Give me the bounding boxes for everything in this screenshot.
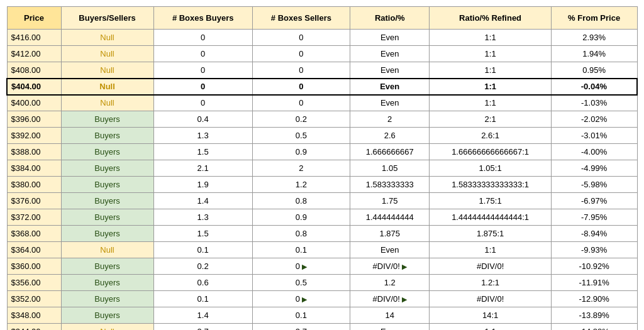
boxes-sellers-cell: 0.9 [252,144,350,160]
boxes-sellers-cell: 1.2 [252,177,350,193]
buyers-sellers-cell: Buyers [61,226,153,242]
price-cell: $404.00 [7,79,61,95]
price-cell: $408.00 [7,62,61,79]
ratio-refined-cell: 1.875:1 [430,226,551,242]
from-price-cell: 1.94% [551,46,637,62]
boxes-buyers-cell: 0.1 [153,291,252,307]
buyers-sellers-cell: Null [61,46,153,62]
boxes-sellers-cell: 0.5 [252,128,350,144]
ratio-cell: 1.583333333 [350,177,429,193]
boxes-sellers-cell: 0.8 [252,226,350,242]
boxes-buyers-cell: 1.3 [153,209,252,226]
boxes-sellers-cell: 0.5 [252,275,350,291]
buyers-sellers-cell: Null [61,62,153,79]
boxes-buyers-cell: 2.7 [153,324,252,331]
boxes-sellers-cell: 2.7 [252,324,350,331]
buyers-sellers-cell: Buyers [61,177,153,193]
buyers-sellers-cell: Buyers [61,160,153,177]
boxes-sellers-cell: 0 [252,95,350,111]
boxes-sellers-cell: 0 [252,62,350,79]
boxes-buyers-cell: 1.3 [153,128,252,144]
table-row: $404.00Null00Even1:1-0.04% [7,79,637,95]
boxes-sellers-cell: 2 [252,160,350,177]
price-cell: $400.00 [7,95,61,111]
flag-icon: ▶ [302,263,307,270]
price-cell: $384.00 [7,160,61,177]
boxes-sellers-cell: 0.1 [252,242,350,258]
ratio-refined-cell: 1.75:1 [430,193,551,209]
from-price-cell: -4.00% [551,144,637,160]
table-row: $356.00Buyers0.60.51.21.2:1-11.91% [7,275,637,291]
boxes-sellers-cell: 0▶ [252,258,350,275]
price-cell: $396.00 [7,111,61,128]
ratio-cell: 1.875 [350,226,429,242]
table-row: $392.00Buyers1.30.52.62.6:1-3.01% [7,128,637,144]
header-ratio-refined: Ratio/% Refined [430,7,551,30]
table-row: $372.00Buyers1.30.91.4444444441.44444444… [7,209,637,226]
boxes-buyers-cell: 0 [153,46,252,62]
buyers-sellers-cell: Buyers [61,307,153,324]
from-price-cell: -9.93% [551,242,637,258]
buyers-sellers-cell: Null [61,324,153,331]
ratio-refined-cell: 1:1 [430,324,551,331]
ratio-refined-cell: 1:1 [430,95,551,111]
header-from-price: % From Price [551,7,637,30]
boxes-buyers-cell: 0 [153,95,252,111]
boxes-buyers-cell: 0 [153,79,252,95]
ratio-cell: 2.6 [350,128,429,144]
price-cell: $376.00 [7,193,61,209]
ratio-refined-cell: 1:1 [430,46,551,62]
buyers-sellers-cell: Null [61,79,153,95]
ratio-cell: Even [350,324,429,331]
boxes-buyers-cell: 1.5 [153,144,252,160]
price-cell: $352.00 [7,291,61,307]
from-price-cell: -6.97% [551,193,637,209]
boxes-buyers-cell: 0.4 [153,111,252,128]
buyers-sellers-cell: Buyers [61,111,153,128]
ratio-cell: Even [350,95,429,111]
buyers-sellers-cell: Buyers [61,258,153,275]
table-row: $396.00Buyers0.40.222:1-2.02% [7,111,637,128]
price-cell: $360.00 [7,258,61,275]
table-row: $388.00Buyers1.50.91.6666666671.66666666… [7,144,637,160]
ratio-cell: 1.444444444 [350,209,429,226]
table-row: $416.00Null00Even1:12.93% [7,30,637,46]
ratio-refined-cell: 1:1 [430,242,551,258]
ratio-refined-cell: 1:1 [430,79,551,95]
buyers-sellers-cell: Buyers [61,193,153,209]
table-row: $412.00Null00Even1:11.94% [7,46,637,62]
ratio-refined-cell: 2.6:1 [430,128,551,144]
ratio-cell: Even [350,242,429,258]
buyers-sellers-cell: Buyers [61,144,153,160]
from-price-cell: -5.98% [551,177,637,193]
boxes-sellers-cell: 0.2 [252,111,350,128]
ratio-refined-cell: 1.05:1 [430,160,551,177]
table-row: $380.00Buyers1.91.21.5833333331.58333333… [7,177,637,193]
ratio-refined-cell: 1.44444444444444:1 [430,209,551,226]
table-row: $364.00Null0.10.1Even1:1-9.93% [7,242,637,258]
price-cell: $372.00 [7,209,61,226]
boxes-sellers-cell: 0.1 [252,307,350,324]
table-row: $348.00Buyers1.40.11414:1-13.89% [7,307,637,324]
table-row: $352.00Buyers0.10▶#DIV/0!▶#DIV/0!-12.90% [7,291,637,307]
price-cell: $348.00 [7,307,61,324]
table-row: $400.00Null00Even1:1-1.03% [7,95,637,111]
buyers-sellers-cell: Buyers [61,209,153,226]
buyers-sellers-cell: Null [61,242,153,258]
buyers-sellers-cell: Buyers [61,275,153,291]
ratio-cell: 2 [350,111,429,128]
ratio-cell: #DIV/0!▶ [350,291,429,307]
ratio-cell: #DIV/0!▶ [350,258,429,275]
main-table: Price Buyers/Sellers # Boxes Buyers # Bo… [6,6,638,330]
boxes-buyers-cell: 1.9 [153,177,252,193]
flag-icon: ▶ [402,295,407,303]
buyers-sellers-cell: Null [61,30,153,46]
ratio-cell: Even [350,46,429,62]
from-price-cell: -2.02% [551,111,637,128]
table-row: $344.00Null2.72.7Even1:1-14.88% [7,324,637,331]
price-cell: $412.00 [7,46,61,62]
ratio-cell: 14 [350,307,429,324]
flag-icon: ▶ [302,295,307,303]
boxes-buyers-cell: 1.4 [153,307,252,324]
ratio-cell: Even [350,79,429,95]
